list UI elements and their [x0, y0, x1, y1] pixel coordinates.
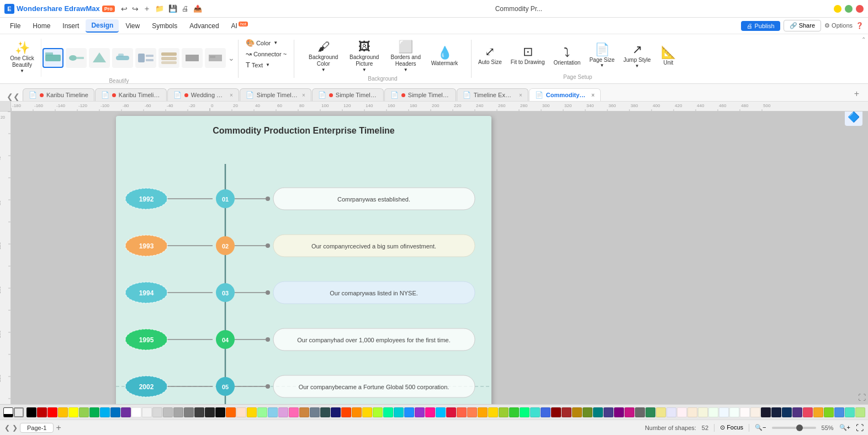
tab-tab4[interactable]: 📄Simple Timeline9× [240, 88, 311, 101]
palette-color-swatch[interactable] [488, 407, 498, 417]
palette-color-swatch[interactable] [687, 407, 697, 417]
palette-color-swatch[interactable] [740, 407, 750, 417]
canvas-container[interactable]: Commodity Production Enterprise Timeline… [11, 112, 868, 404]
fit-to-drawing-button[interactable]: ⊡ Fit to Drawing [507, 44, 548, 68]
palette-color-swatch[interactable] [541, 407, 551, 417]
palette-color-swatch[interactable] [163, 407, 173, 417]
new-button[interactable]: ＋ [141, 3, 152, 15]
close-button[interactable] [856, 5, 864, 13]
palette-color-swatch[interactable] [551, 407, 561, 417]
print-button[interactable]: 🖨 [180, 3, 190, 14]
palette-color-swatch[interactable] [110, 407, 120, 417]
palette-color-swatch[interactable] [803, 407, 813, 417]
palette-color-swatch[interactable] [593, 407, 603, 417]
palette-color-swatch[interactable] [331, 407, 341, 417]
palette-color-swatch[interactable] [27, 407, 36, 417]
palette-color-swatch[interactable] [719, 407, 729, 417]
palette-color-swatch[interactable] [215, 407, 225, 417]
tab-close[interactable]: × [230, 92, 233, 98]
tab-close[interactable]: × [519, 92, 522, 98]
palette-color-swatch[interactable] [562, 407, 571, 417]
jump-style-button[interactable]: ↗ Jump Style ▼ [620, 41, 654, 71]
palette-color-swatch[interactable] [771, 407, 781, 417]
palette-color-swatch[interactable] [289, 407, 299, 417]
orientation-button[interactable]: ⤵ Orientation [551, 44, 584, 68]
shape-option-3[interactable] [89, 48, 110, 68]
maximize-button[interactable] [845, 5, 853, 13]
palette-color-swatch[interactable] [677, 407, 687, 417]
tab-close[interactable]: × [302, 92, 305, 98]
background-picture-button[interactable]: 🖼 BackgroundPicture ▼ [345, 39, 384, 75]
palette-color-swatch[interactable] [645, 407, 655, 417]
help-button[interactable]: ❓ [856, 22, 864, 29]
color-button[interactable]: 🎨 Color ▼ [242, 38, 290, 48]
palette-color-swatch[interactable] [467, 407, 477, 417]
tab-tab1[interactable]: 📄Karibu Timeline [23, 88, 94, 101]
palette-color-swatch[interactable] [855, 407, 865, 417]
page-tab-1[interactable]: Page-1 [20, 423, 54, 433]
tab-tab8[interactable]: 📄Commodity Pr...× [529, 88, 601, 101]
menu-ai[interactable]: AIhot [226, 19, 253, 32]
acrobat-icon[interactable]: 🔷 [845, 112, 862, 126]
focus-mode-button[interactable]: ⊙ Focus [720, 424, 743, 431]
connector-button[interactable]: ↝ Connector ~ [242, 49, 290, 59]
page-tab-nav-left[interactable]: ❮ [4, 424, 10, 432]
save-button[interactable]: 💾 [167, 3, 179, 14]
palette-color-swatch[interactable] [425, 407, 435, 417]
ribbon-toggle-button[interactable]: ⌃ [861, 36, 866, 43]
palette-color-swatch[interactable] [173, 407, 183, 417]
menu-advanced[interactable]: Advanced [184, 20, 224, 32]
palette-color-swatch[interactable] [457, 407, 467, 417]
shape-option-5[interactable] [135, 48, 156, 68]
palette-color-swatch[interactable] [635, 407, 645, 417]
ribbon-collapse[interactable]: ⌃ [861, 36, 866, 81]
tab-tab3[interactable]: 📄Wedding Timeli...× [167, 88, 239, 101]
palette-color-swatch[interactable] [478, 407, 488, 417]
palette-color-swatch[interactable] [257, 407, 267, 417]
palette-color-swatch[interactable] [404, 407, 414, 417]
shape-option-4[interactable] [112, 48, 133, 68]
palette-color-swatch[interactable] [394, 407, 404, 417]
shape-option-1[interactable] [43, 48, 63, 68]
palette-color-swatch[interactable] [530, 407, 540, 417]
palette-color-swatch[interactable] [152, 407, 162, 417]
open-button[interactable]: 📁 [154, 3, 166, 14]
zoom-in-button[interactable]: 🔍+ [839, 424, 850, 431]
menu-file[interactable]: File [4, 20, 26, 32]
palette-color-swatch[interactable] [236, 407, 246, 417]
tab-close[interactable]: × [591, 92, 595, 98]
tab-tab2[interactable]: 📄Karibu Timeline1 [95, 88, 167, 101]
auto-size-button[interactable]: ⤢ Auto Size [475, 44, 505, 68]
add-page-button[interactable]: + [56, 423, 61, 433]
palette-color-swatch[interactable] [624, 407, 634, 417]
menu-home[interactable]: Home [27, 20, 56, 32]
palette-color-swatch[interactable] [520, 407, 530, 417]
palette-color-swatch[interactable] [131, 407, 141, 417]
palette-color-swatch[interactable] [824, 407, 834, 417]
palette-color-swatch[interactable] [729, 407, 739, 417]
export-button[interactable]: 📤 [192, 3, 204, 14]
palette-color-swatch[interactable] [341, 407, 351, 417]
tab-tab5[interactable]: 📄Simple Timeline... [312, 88, 384, 101]
palette-color-swatch[interactable] [184, 407, 194, 417]
palette-color-swatch[interactable] [698, 407, 708, 417]
palette-color-swatch[interactable] [247, 407, 257, 417]
palette-color-swatch[interactable] [310, 407, 320, 417]
options-button[interactable]: ⚙ Options [824, 22, 853, 29]
shape-option-8[interactable] [205, 48, 226, 68]
zoom-slider[interactable] [772, 427, 816, 429]
menu-symbols[interactable]: Symbols [146, 20, 183, 32]
menu-design[interactable]: Design [86, 19, 119, 33]
palette-color-swatch[interactable] [436, 407, 446, 417]
palette-color-swatch[interactable] [320, 407, 330, 417]
shape-option-2[interactable] [66, 48, 87, 68]
palette-color-swatch[interactable] [813, 407, 823, 417]
tabs-scroll-left[interactable]: ❮❮ [4, 92, 22, 101]
expand-button[interactable]: ⛶ [858, 393, 866, 402]
add-tab-button[interactable]: + [850, 87, 864, 101]
palette-color-swatch[interactable] [226, 407, 236, 417]
background-color-button[interactable]: 🖌 BackgroundColor ▼ [304, 39, 343, 75]
palette-color-swatch[interactable] [352, 407, 362, 417]
palette-color-swatch[interactable] [142, 407, 152, 417]
redo-button[interactable]: ↪ [130, 3, 140, 14]
